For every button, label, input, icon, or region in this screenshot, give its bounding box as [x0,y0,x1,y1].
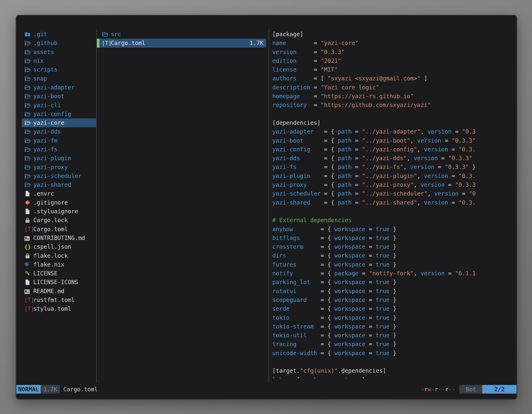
file-name: scripts [33,66,57,73]
file-row-yazi-proxy[interactable]: yazi-proxy [22,163,96,171]
preview-line: edition = "2021" [272,57,516,65]
folder-open-icon [24,49,33,55]
yazi-file-manager-window: .git.githubassetsnixscriptssnapyazi-adap… [16,15,517,399]
preview-line: [package] [272,30,516,39]
folder-open-icon [24,84,33,91]
status-bar: NORMAL 1.7K Cargo.toml -rw-r--r-- Bot 2/… [16,385,516,394]
hover-marker [97,39,99,48]
preview-line: license = "MIT" [272,65,516,74]
preview-line: yazi-plugin = { path = "../yazi-plugin",… [272,172,516,180]
lock-icon [24,253,33,259]
file-row-yazi-shared[interactable]: yazi-shared [22,180,96,189]
status-filename: Cargo.toml [60,385,101,394]
file-row-scripts[interactable]: scripts [22,65,96,74]
file-row-yazi-cli[interactable]: yazi-cli [22,101,96,109]
preview-line: tokio = { workspace = true } [272,313,516,322]
folder-open-icon [24,58,33,64]
preview-line: ratatui = { workspace = true } [272,287,516,296]
current-directory-pane: src[T]Cargo.toml1.7K [97,30,266,48]
file-name: LICENSE-ICONS [33,279,78,286]
file-name: Cargo.toml [33,226,68,232]
file-row-stylua.toml[interactable]: [T]stylua.toml [22,304,96,313]
lock-icon [24,217,33,223]
preview-line: [dependencies] [272,118,516,127]
file-row-src[interactable]: src [97,30,266,39]
toml-icon: [T] [102,40,111,46]
preview-line: yazi-shared = { path = "../yazi-shared",… [272,198,516,207]
desktop: { "colors":{ "bg":"#1b1b1d","accent":"#4… [0,0,532,414]
file-name: yazi-boot [33,93,64,100]
file-row-yazi-core[interactable]: yazi-core [22,118,96,127]
file-row-yazi-boot[interactable]: yazi-boot [22,92,96,101]
preview-line: version = "0.3.3" [272,48,516,57]
file-row-.envrc[interactable]: .envrc [22,189,96,198]
preview-line: dirs = { workspace = true } [272,251,516,260]
folder-open-icon [24,155,33,161]
file-name: yazi-config [33,111,71,117]
file-name: cspell.json [33,243,71,250]
file-row-yazi-config[interactable]: yazi-config [22,110,96,118]
file-row-.styluaignore[interactable]: .styluaignore [22,207,96,216]
file-name: .github [33,40,57,47]
preview-line: yazi-scheduler = { path = "../yazi-sched… [272,189,516,198]
file-row-yazi-adapter[interactable]: yazi-adapter [22,83,96,92]
file-row-snap[interactable]: snap [22,74,96,83]
file-row-.git[interactable]: .git [22,30,96,39]
file-name: src [111,31,121,38]
file-row-cspell.json[interactable]: {}cspell.json [22,242,96,251]
pane-divider [96,29,97,383]
markdown-icon: M↓ [24,289,33,294]
preview-line: futures = { workspace = true } [272,260,516,269]
file-row-Cargo.lock[interactable]: Cargo.lock [22,216,96,225]
file-row-yazi-dds[interactable]: yazi-dds [22,127,96,136]
preview-line: name = "yazi-core" [272,39,516,48]
file-row-Cargo.toml[interactable]: [T]Cargo.toml [22,225,96,234]
json-braces-icon: {} [24,244,33,250]
file-name: .envrc [33,190,54,197]
file-row-LICENSE[interactable]: LICENSE [22,269,96,278]
preview-line: tokio-util = { workspace = true } [272,331,516,340]
preview-line [272,207,516,216]
file-row-.github[interactable]: .github [22,39,96,48]
file-row-nix[interactable]: nix [22,57,96,65]
preview-line: yazi-dds = { path = "../yazi-dds", versi… [272,154,516,163]
file-size: 1.7K [250,40,266,47]
folder-open-icon [24,120,33,126]
file-name: yazi-fs [33,146,57,153]
file-row-yazi-plugin[interactable]: yazi-plugin [22,154,96,163]
file-row-CONTRIBUTING.md[interactable]: M↓CONTRIBUTING.md [22,234,96,242]
file-name: yazi-plugin [33,155,71,162]
file-row-rustfmt.toml[interactable]: [T]rustfmt.toml [22,296,96,304]
file-row-flake.nix[interactable]: ❄flake.nix [22,260,96,269]
preview-line: yazi-boot = { path = "../yazi-boot", ver… [272,136,516,145]
folder-open-icon [102,31,111,38]
file-name: snap [33,75,47,82]
file-row-LICENSE-ICONS[interactable]: LICENSE-ICONS [22,278,96,287]
file-row-README.md[interactable]: M↓README.md [22,287,96,296]
preview-line: parking_lot = { workspace = true } [272,278,516,287]
pane-divider [269,29,269,383]
file-row-yazi-fs[interactable]: yazi-fs [22,145,96,154]
file-row-yazi-scheduler[interactable]: yazi-scheduler [22,172,96,180]
file-row-assets[interactable]: assets [22,48,96,57]
file-name: .git [33,31,47,38]
preview-line: crossterm = { workspace = true } [272,242,516,251]
preview-line: yazi-proxy = { path = "../yazi-proxy", v… [272,180,516,189]
file-name: yazi-dds [33,128,61,135]
file-name: flake.lock [33,252,68,259]
file-name: README.md [33,288,64,295]
toml-icon: [T] [24,298,33,303]
file-icon [24,279,33,285]
folder-open-icon [24,111,33,117]
preview-line: homepage = "https://yazi-rs.github.io" [272,92,516,101]
file-name: yazi-adapter [33,84,75,91]
folder-open-icon [24,173,33,179]
file-name: flake.nix [33,261,64,268]
folder-open-icon [24,128,33,135]
file-row-yazi-fm[interactable]: yazi-fm [22,136,96,145]
file-row-flake.lock[interactable]: flake.lock [22,251,96,260]
parent-directory-pane: .git.githubassetsnixscriptssnapyazi-adap… [22,30,96,313]
file-row-Cargo.toml[interactable]: [T]Cargo.toml1.7K [97,39,266,48]
file-name: .styluaignore [33,208,78,215]
file-row-.gitignore[interactable]: .gitignore [22,198,96,207]
